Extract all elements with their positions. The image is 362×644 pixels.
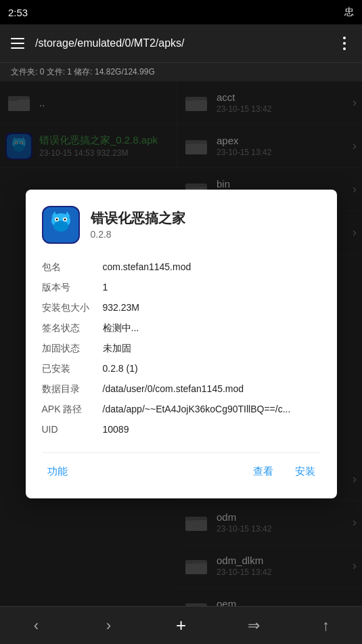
field-label: 加固状态	[42, 339, 103, 359]
field-value: 检测中...	[103, 318, 321, 339]
field-label: 版本号	[42, 278, 103, 298]
field-value: 10089	[103, 420, 321, 439]
status-time: 2:53	[8, 7, 28, 18]
field-value: 0.2.8 (1)	[103, 359, 321, 379]
bottom-nav: ‹ › + ⇒ ↑	[0, 606, 362, 644]
field-value: 未加固	[103, 339, 321, 359]
dialog-table-row: UID10089	[42, 420, 321, 439]
top-bar: /storage/emulated/0/MT2/apks/	[0, 24, 362, 62]
dialog-table-row: 版本号1	[42, 278, 321, 298]
dialog-overlay: 错误化恶搞之家 0.2.8 包名com.stefan1145.mod版本号1安装…	[0, 81, 362, 606]
svg-point-38	[53, 221, 68, 232]
field-value: /data/user/0/com.stefan1145.mod	[103, 379, 321, 400]
function-button[interactable]: 功能	[42, 461, 73, 482]
status-bar: 2:53 忠	[0, 0, 362, 24]
field-value: com.stefan1145.mod	[103, 257, 321, 278]
status-icon: 忠	[344, 6, 354, 18]
more-dot2	[343, 42, 346, 45]
field-value: 932.23M	[103, 298, 321, 318]
more-button[interactable]	[332, 31, 357, 56]
field-label: 数据目录	[42, 379, 103, 400]
more-dot3	[343, 47, 346, 50]
path-title: /storage/emulated/0/MT2/apks/	[35, 37, 327, 49]
dialog-info-table: 包名com.stefan1145.mod版本号1安装包大小932.23M签名状态…	[42, 257, 321, 439]
dialog-app-name: 错误化恶搞之家	[91, 209, 185, 228]
share-button[interactable]: ⇒	[237, 609, 270, 642]
add-button[interactable]: +	[165, 609, 198, 642]
field-value: 1	[103, 278, 321, 298]
up-button[interactable]: ↑	[310, 609, 342, 642]
dialog-header: 错误化恶搞之家 0.2.8	[42, 206, 321, 244]
dialog-actions: 功能 查看 安装	[42, 452, 321, 482]
field-label: 包名	[42, 257, 103, 278]
forward-button[interactable]: ›	[93, 609, 125, 642]
more-dot1	[343, 37, 346, 39]
svg-point-44	[64, 218, 66, 220]
dialog-table-row: 包名com.stefan1145.mod	[42, 257, 321, 278]
menu-icon-line1	[11, 38, 24, 39]
menu-button[interactable]	[5, 31, 30, 56]
view-button[interactable]: 查看	[248, 461, 279, 482]
dialog-table-row: 签名状态检测中...	[42, 318, 321, 339]
file-list-area: ..	[0, 81, 362, 606]
dialog-btn-group: 查看 安装	[248, 461, 321, 482]
menu-icon-line3	[11, 47, 24, 49]
back-button[interactable]: ‹	[20, 609, 53, 642]
svg-point-43	[55, 218, 58, 220]
menu-icon-line2	[11, 43, 24, 44]
storage-info: 文件夹: 0 文件: 1 储存: 14.82G/124.99G	[11, 66, 155, 78]
forward-icon: ›	[106, 617, 111, 635]
field-value: /data/app/~~EtA4JojK36koCg90TIllBQ==/c..…	[103, 400, 321, 420]
install-button[interactable]: 安装	[290, 461, 321, 482]
sub-bar: 文件夹: 0 文件: 1 储存: 14.82G/124.99G	[0, 62, 362, 81]
field-label: 安装包大小	[42, 298, 103, 318]
field-label: UID	[42, 420, 103, 439]
dialog-table-row: APK 路径/data/app/~~EtA4JojK36koCg90TIllBQ…	[42, 400, 321, 420]
back-icon: ‹	[34, 617, 39, 635]
dialog-table-row: 安装包大小932.23M	[42, 298, 321, 318]
field-label: APK 路径	[42, 400, 103, 420]
dialog-app-icon	[42, 206, 80, 244]
apk-info-dialog: 错误化恶搞之家 0.2.8 包名com.stefan1145.mod版本号1安装…	[26, 190, 337, 498]
field-label: 签名状态	[42, 318, 103, 339]
dialog-table-row: 加固状态未加固	[42, 339, 321, 359]
add-icon: +	[176, 615, 186, 636]
dialog-table-row: 数据目录/data/user/0/com.stefan1145.mod	[42, 379, 321, 400]
share-icon: ⇒	[248, 617, 260, 635]
dialog-version: 0.2.8	[91, 229, 185, 240]
up-icon: ↑	[322, 617, 330, 635]
dialog-title-block: 错误化恶搞之家 0.2.8	[91, 209, 185, 240]
dialog-table-row: 已安装0.2.8 (1)	[42, 359, 321, 379]
field-label: 已安装	[42, 359, 103, 379]
